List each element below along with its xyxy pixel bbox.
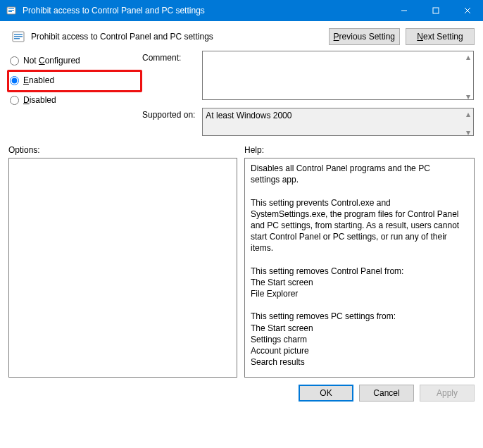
radio-enabled-input[interactable] — [10, 76, 19, 85]
svg-rect-11 — [14, 38, 20, 39]
comment-label: Comment: — [142, 51, 200, 63]
previous-setting-button[interactable]: Previous Setting — [329, 28, 400, 45]
svg-rect-2 — [8, 10, 14, 11]
svg-rect-3 — [8, 11, 12, 12]
comment-textarea[interactable] — [202, 51, 474, 100]
scroll-up-icon[interactable]: ▴ — [463, 109, 472, 118]
policy-name: Prohibit access to Control Panel and PC … — [28, 32, 323, 42]
scroll-down-icon[interactable]: ▾ — [463, 92, 472, 101]
cancel-button[interactable]: Cancel — [359, 385, 414, 402]
titlebar: Prohibit access to Control Panel and PC … — [0, 0, 483, 21]
radio-disabled[interactable]: Disabled — [8, 90, 142, 110]
options-panel — [8, 158, 237, 378]
ok-button[interactable]: OK — [299, 385, 353, 402]
radio-not-configured[interactable]: Not Configured — [8, 51, 142, 70]
window-title: Prohibit access to Control Panel and PC … — [23, 6, 388, 15]
svg-rect-1 — [8, 8, 14, 9]
supported-label: Supported on: — [142, 108, 200, 120]
svg-rect-9 — [14, 34, 23, 35]
radio-disabled-input[interactable] — [10, 96, 19, 105]
radio-enabled[interactable]: Enabled — [8, 70, 142, 90]
state-radio-group: Not Configured Enabled Disabled — [8, 51, 142, 138]
close-button[interactable] — [451, 0, 483, 21]
next-setting-button[interactable]: Next Setting — [406, 28, 475, 45]
svg-rect-5 — [433, 8, 439, 13]
dialog-footer: OK Cancel Apply — [0, 378, 483, 409]
radio-not-configured-input[interactable] — [10, 56, 19, 66]
supported-on-box: At least Windows 2000 — [202, 108, 474, 136]
options-label: Options: — [8, 145, 237, 155]
help-panel[interactable]: Disables all Control Panel programs and … — [244, 158, 475, 378]
apply-button[interactable]: Apply — [420, 385, 475, 402]
scroll-down-icon[interactable]: ▾ — [463, 127, 472, 137]
policy-icon — [8, 30, 28, 44]
scroll-up-icon[interactable]: ▴ — [463, 52, 472, 61]
policy-title-icon — [6, 5, 17, 16]
header-row: Prohibit access to Control Panel and PC … — [8, 28, 475, 45]
help-label: Help: — [244, 145, 475, 155]
svg-rect-10 — [14, 36, 23, 37]
minimize-button[interactable] — [388, 0, 420, 21]
maximize-button[interactable] — [420, 0, 451, 21]
